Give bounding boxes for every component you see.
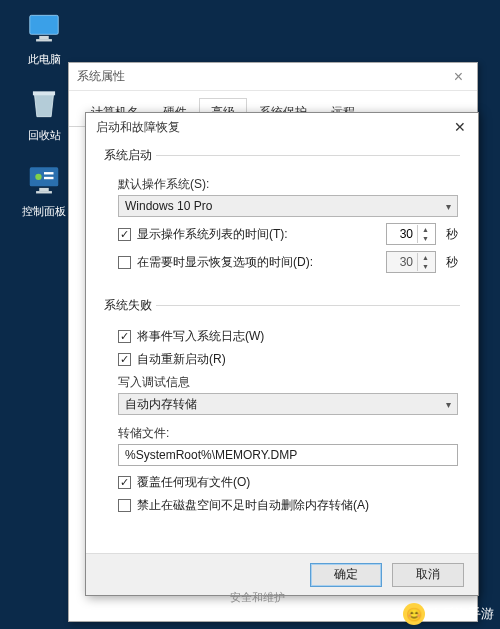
seconds-input[interactable]: [387, 227, 417, 241]
spin-up-icon: ▲: [418, 253, 433, 262]
chevron-down-icon: ▾: [446, 201, 451, 212]
desktop-icon-this-pc[interactable]: 此电脑: [12, 8, 76, 67]
unit-seconds: 秒: [446, 254, 458, 271]
watermark-text: 欢乐淘手游: [429, 605, 494, 623]
combo-value: 自动内存转储: [125, 396, 197, 413]
monitor-icon: [24, 8, 64, 48]
no-auto-delete-checkbox[interactable]: [118, 499, 131, 512]
default-os-combo[interactable]: Windows 10 Pro ▾: [118, 195, 458, 217]
svg-rect-8: [39, 188, 49, 191]
svg-rect-3: [33, 91, 55, 95]
debug-info-label: 写入调试信息: [118, 374, 458, 391]
show-recovery-label: 在需要时显示恢复选项的时间(D):: [137, 254, 380, 271]
ok-button[interactable]: 确定: [310, 563, 382, 587]
svg-rect-0: [30, 15, 59, 34]
default-os-label: 默认操作系统(S):: [118, 176, 458, 193]
unit-seconds: 秒: [446, 226, 458, 243]
debug-info-combo[interactable]: 自动内存转储 ▾: [118, 393, 458, 415]
spin-down-icon[interactable]: ▼: [418, 234, 433, 243]
svg-rect-9: [36, 191, 52, 193]
watermark: 😊 欢乐淘手游: [403, 603, 494, 625]
dialog-title: 启动和故障恢复: [96, 119, 180, 136]
svg-rect-7: [44, 177, 54, 179]
show-os-list-label: 显示操作系统列表的时间(T):: [137, 226, 380, 243]
desktop-icon-recycle-bin[interactable]: 回收站: [12, 84, 76, 143]
svg-point-5: [35, 174, 41, 180]
show-os-list-seconds[interactable]: ▲▼: [386, 223, 436, 245]
group-system-startup: 系统启动 默认操作系统(S): Windows 10 Pro ▾ 显示操作系统列…: [104, 147, 460, 291]
desktop-icon-control-panel[interactable]: 控制面板: [12, 160, 76, 219]
trash-icon: [24, 84, 64, 124]
group-heading: 系统启动: [104, 147, 156, 164]
write-event-label: 将事件写入系统日志(W): [137, 328, 458, 345]
overwrite-checkbox[interactable]: [118, 476, 131, 489]
combo-value: Windows 10 Pro: [125, 199, 212, 213]
desktop-icon-label: 回收站: [12, 128, 76, 143]
chevron-down-icon: ▾: [446, 399, 451, 410]
show-os-list-checkbox[interactable]: [118, 228, 131, 241]
show-recovery-seconds: ▲▼: [386, 251, 436, 273]
no-auto-delete-label: 禁止在磁盘空间不足时自动删除内存转储(A): [137, 497, 458, 514]
group-system-failure: 系统失败 将事件写入系统日志(W) 自动重新启动(R) 写入调试信息 自动内存转…: [104, 297, 460, 532]
seconds-input: [387, 255, 417, 269]
dump-file-label: 转储文件:: [118, 425, 458, 442]
svg-rect-1: [39, 36, 49, 39]
background-text: 安全和维护: [230, 590, 285, 605]
startup-recovery-dialog: 启动和故障恢复 ✕ 系统启动 默认操作系统(S): Windows 10 Pro…: [85, 112, 479, 596]
overwrite-label: 覆盖任何现有文件(O): [137, 474, 458, 491]
close-icon[interactable]: ✕: [448, 119, 472, 135]
desktop-icon-label: 控制面板: [12, 204, 76, 219]
write-event-checkbox[interactable]: [118, 330, 131, 343]
window-title: 系统属性: [77, 68, 125, 85]
dialog-footer: 确定 取消: [86, 553, 478, 595]
group-heading: 系统失败: [104, 297, 156, 314]
svg-rect-2: [36, 39, 52, 41]
show-recovery-checkbox[interactable]: [118, 256, 131, 269]
smile-icon: 😊: [403, 603, 425, 625]
close-icon[interactable]: ×: [448, 68, 469, 86]
desktop-icon-label: 此电脑: [12, 52, 76, 67]
spin-down-icon: ▼: [418, 262, 433, 271]
cancel-button[interactable]: 取消: [392, 563, 464, 587]
auto-restart-checkbox[interactable]: [118, 353, 131, 366]
svg-rect-4: [30, 167, 59, 186]
dump-file-value: %SystemRoot%\MEMORY.DMP: [125, 448, 297, 462]
dump-file-input[interactable]: %SystemRoot%\MEMORY.DMP: [118, 444, 458, 466]
spin-up-icon[interactable]: ▲: [418, 225, 433, 234]
control-panel-icon: [24, 160, 64, 200]
auto-restart-label: 自动重新启动(R): [137, 351, 458, 368]
svg-rect-6: [44, 172, 54, 174]
